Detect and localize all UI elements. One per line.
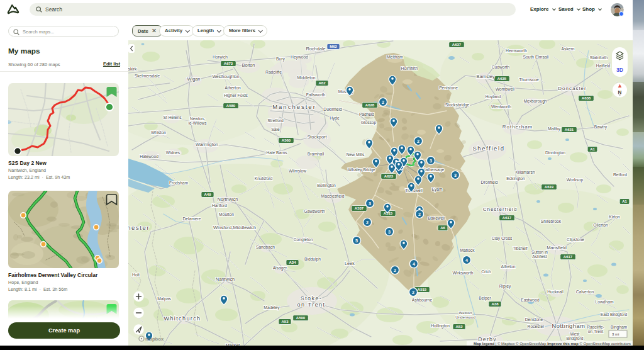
svg-text:Hartford: Hartford (212, 203, 227, 208)
svg-text:Bawtry: Bawtry (594, 125, 608, 130)
svg-text:Rocester: Rocester (528, 324, 545, 329)
svg-text:2: 2 (394, 268, 396, 273)
svg-text:Rotherham: Rotherham (502, 124, 533, 130)
svg-text:A49: A49 (204, 193, 211, 196)
svg-text:A619: A619 (545, 185, 554, 189)
svg-text:Atherton: Atherton (225, 86, 241, 90)
svg-text:West: West (570, 332, 580, 336)
svg-text:A580: A580 (226, 104, 236, 108)
svg-text:A34: A34 (289, 261, 296, 264)
svg-text:Ripley: Ripley (499, 284, 511, 289)
svg-text:Delamere: Delamere (183, 217, 201, 221)
svg-text:Westhoughton: Westhoughton (212, 74, 239, 79)
svg-text:Clipstone: Clipstone (567, 237, 584, 242)
svg-text:Wirksworth: Wirksworth (452, 271, 473, 275)
svg-text:Chesterfield: Chesterfield (483, 206, 518, 212)
svg-text:3D: 3D (616, 67, 623, 73)
svg-text:Hyde: Hyde (330, 116, 340, 121)
svg-text:Hathersage: Hathersage (423, 167, 445, 172)
svg-text:2: 2 (412, 290, 414, 295)
svg-text:Dronfield: Dronfield (481, 180, 498, 184)
svg-text:Ashbourne: Ashbourne (412, 298, 433, 302)
svg-text:A617: A617 (564, 255, 573, 259)
svg-text:Thurnscoe: Thurnscoe (519, 77, 539, 82)
svg-text:3 mi: 3 mi (612, 332, 619, 336)
svg-text:A560: A560 (282, 138, 291, 142)
svg-text:East Bridgford: East Bridgford (601, 312, 628, 317)
svg-text:Sheffield: Sheffield (472, 145, 504, 152)
svg-text:Leek: Leek (345, 261, 355, 266)
svg-text:Tibshelf: Tibshelf (513, 246, 527, 251)
svg-text:Malpas: Malpas (157, 296, 171, 302)
svg-text:New Mills: New Mills (347, 152, 365, 157)
svg-text:4: 4 (413, 261, 415, 267)
svg-text:Glossop: Glossop (361, 120, 377, 125)
svg-text:Nottingham: Nottingham (552, 323, 586, 329)
svg-text:2: 2 (366, 220, 369, 225)
svg-text:Gawsworth: Gawsworth (304, 209, 325, 213)
svg-text:Wentworth: Wentworth (491, 104, 511, 109)
svg-text:Ollerton: Ollerton (593, 223, 608, 227)
svg-text:A631: A631 (565, 128, 574, 132)
svg-text:Mansfield: Mansfield (547, 245, 567, 251)
svg-text:Rochdale: Rochdale (306, 46, 325, 52)
svg-text:Lowdham: Lowdham (596, 300, 614, 304)
svg-text:Penistone: Penistone (439, 86, 458, 90)
svg-text:A635: A635 (497, 77, 507, 81)
svg-text:Horwich: Horwich (213, 55, 228, 59)
svg-text:A6: A6 (440, 226, 445, 230)
svg-text:Madeley: Madeley (264, 305, 280, 310)
svg-text:Middleton: Middleton (297, 76, 316, 80)
svg-text:Meltham: Meltham (387, 55, 403, 59)
svg-text:Dukinfield: Dukinfield (323, 107, 342, 111)
svg-text:Cudworth: Cudworth (492, 65, 510, 69)
svg-text:Bollington: Bollington (317, 183, 336, 188)
svg-text:Wigan: Wigan (187, 76, 201, 82)
svg-text:Sandbach: Sandbach (256, 245, 275, 249)
svg-text:Chester: Chester (128, 224, 150, 231)
svg-text:Kirton: Kirton (609, 215, 620, 219)
svg-text:Stainforth: Stainforth (590, 55, 608, 60)
svg-text:Bridgford: Bridgford (567, 336, 584, 341)
svg-text:A1: A1 (622, 200, 627, 203)
svg-text:Barnsley: Barnsley (477, 74, 495, 79)
svg-text:4: 4 (465, 257, 468, 263)
svg-text:Eastwood: Eastwood (521, 298, 540, 302)
svg-text:Askern: Askern (562, 47, 575, 51)
svg-text:Stretford: Stretford (267, 118, 284, 123)
svg-text:Shirebrook: Shirebrook (541, 219, 562, 223)
svg-text:A673: A673 (224, 62, 233, 65)
svg-text:Moulton: Moulton (219, 212, 234, 217)
svg-text:3: 3 (369, 201, 371, 206)
svg-text:Radcliffe: Radcliffe (265, 70, 282, 74)
svg-text:A623: A623 (384, 174, 394, 178)
svg-text:Nantwich: Nantwich (216, 276, 235, 282)
svg-text:Ormskirk: Ormskirk (128, 67, 137, 71)
svg-text:Denstone: Denstone (525, 317, 543, 322)
svg-text:2: 2 (417, 138, 419, 144)
svg-text:Retford: Retford (613, 172, 627, 177)
svg-text:A52: A52 (455, 325, 463, 329)
svg-text:Northwich: Northwich (218, 196, 238, 202)
svg-text:Clay Cross: Clay Cross (492, 236, 513, 241)
svg-text:Sale: Sale (271, 127, 280, 132)
svg-text:Newton-: Newton- (190, 116, 205, 121)
svg-text:A1: A1 (590, 147, 595, 151)
svg-text:Alfreton: Alfreton (501, 264, 515, 269)
svg-text:le-Willows: le-Willows (189, 121, 207, 125)
svg-text:5: 5 (355, 238, 358, 244)
svg-text:Knutsford: Knutsford (255, 176, 273, 181)
svg-text:Wilmslow: Wilmslow (289, 169, 306, 173)
svg-text:A38: A38 (491, 302, 499, 306)
svg-text:Doncaster: Doncaster (558, 86, 586, 91)
svg-text:on-Trent: on-Trent (588, 329, 604, 334)
svg-text:Stockport: Stockport (307, 134, 326, 140)
svg-text:2: 2 (382, 99, 384, 105)
svg-text:Holmfirth: Holmfirth (401, 66, 418, 71)
svg-text:A628: A628 (365, 103, 375, 107)
svg-text:A53: A53 (281, 320, 289, 324)
svg-text:3: 3 (388, 229, 391, 235)
svg-text:Alsager: Alsager (273, 266, 287, 271)
svg-text:Macclesfield: Macclesfield (321, 194, 345, 198)
svg-text:A500: A500 (296, 316, 306, 320)
